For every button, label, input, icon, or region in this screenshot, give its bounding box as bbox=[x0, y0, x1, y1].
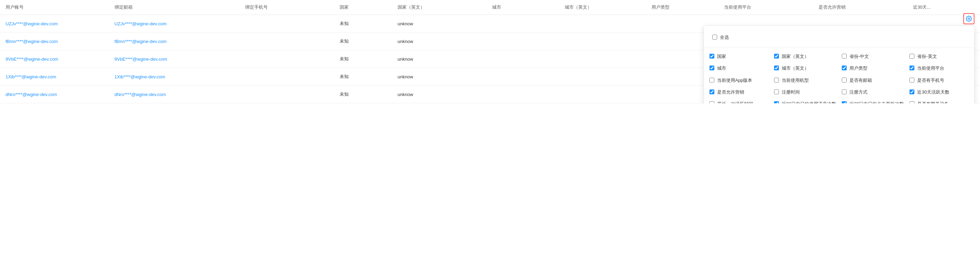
select-all-label[interactable]: 全选 bbox=[720, 34, 729, 41]
dropdown-checkbox-item[interactable]: 省份-中文 bbox=[839, 51, 907, 62]
dropdown-checkbox-item[interactable]: 近30日内日均点击面板次数 bbox=[839, 98, 907, 103]
col-header-email: 绑定邮箱 bbox=[109, 0, 240, 15]
dropdown-checkbox-item[interactable]: 注册时间 bbox=[771, 86, 839, 98]
link-account[interactable]: UZJv****@wgine-dev.com bbox=[6, 21, 58, 26]
dropdown-checkbox-item[interactable]: 城市 bbox=[707, 62, 771, 74]
link-email[interactable]: fBmn****@wgine-dev.com bbox=[115, 39, 167, 44]
data-table: 用户账号 绑定邮箱 绑定手机号 国家 国家（英文） 城市 城市（英文） 用户类型… bbox=[0, 0, 980, 103]
dropdown-checkbox-label[interactable]: 当前使用App版本 bbox=[717, 77, 752, 84]
dropdown-checkbox-item[interactable]: 是否有手机号 bbox=[907, 74, 971, 86]
col-header-account: 用户账号 bbox=[0, 0, 109, 15]
link-account[interactable]: fBmn****@wgine-dev.com bbox=[6, 39, 58, 44]
dropdown-checkbox-item[interactable]: 省份-英文 bbox=[907, 51, 971, 62]
dropdown-checkbox-label[interactable]: 城市（英文） bbox=[782, 65, 809, 71]
dropdown-checkbox[interactable] bbox=[910, 89, 914, 94]
dropdown-checkbox[interactable] bbox=[910, 54, 914, 59]
dropdown-checkbox-label[interactable]: 近30日内日均使用语音次数 bbox=[782, 101, 836, 103]
dropdown-checkbox-item[interactable]: 是否有网关设备 bbox=[907, 98, 971, 103]
dropdown-checkbox-label[interactable]: 城市 bbox=[717, 65, 726, 71]
dropdown-checkbox-label[interactable]: 注册时间 bbox=[782, 89, 800, 95]
cell-email: 1Xib****@wgine-dev.com bbox=[109, 68, 240, 85]
dropdown-checkbox-item[interactable]: 近30天活跃天数 bbox=[907, 86, 971, 98]
dropdown-checkbox-label[interactable]: 国家 bbox=[717, 54, 726, 60]
dropdown-checkbox-label[interactable]: 注册方式 bbox=[850, 89, 867, 95]
cell-country: 未知 bbox=[334, 85, 392, 103]
dropdown-checkbox-item[interactable]: 用户类型 bbox=[839, 62, 907, 74]
dropdown-checkbox[interactable] bbox=[774, 54, 779, 59]
dropdown-checkbox-label[interactable]: 是否有手机号 bbox=[917, 77, 944, 84]
dropdown-checkbox-item[interactable]: 当前使用平台 bbox=[907, 62, 971, 74]
dropdown-checkbox-label[interactable]: 省份-中文 bbox=[850, 54, 869, 60]
dropdown-checkbox[interactable] bbox=[774, 65, 779, 70]
dropdown-checkbox-item[interactable]: 注册方式 bbox=[839, 86, 907, 98]
dropdown-checkbox-label[interactable]: 省份-英文 bbox=[917, 54, 937, 60]
dropdown-checkbox-item[interactable]: 城市（英文） bbox=[771, 62, 839, 74]
dropdown-checkbox[interactable] bbox=[710, 101, 714, 103]
link-email[interactable]: UZJv****@wgine-dev.com bbox=[115, 21, 167, 26]
cell-city_en bbox=[559, 33, 646, 50]
dropdown-checkbox[interactable] bbox=[710, 78, 714, 82]
cell-email: 9VbE****@wgine-dev.com bbox=[109, 50, 240, 68]
dropdown-checkbox[interactable] bbox=[774, 78, 779, 82]
dropdown-checkbox-label[interactable]: 用户类型 bbox=[850, 65, 867, 71]
dropdown-checkbox-item[interactable]: 国家（英文） bbox=[771, 51, 839, 62]
link-email[interactable]: dNro****@wgine-dev.com bbox=[115, 92, 166, 97]
dropdown-header: 全选 bbox=[704, 30, 974, 48]
dropdown-checkbox-item[interactable]: 近30日内日均使用语音次数 bbox=[771, 98, 839, 103]
col-header-active: 近30天... bbox=[907, 0, 980, 15]
column-settings-button[interactable] bbox=[963, 13, 974, 24]
dropdown-checkbox-item[interactable]: 最近一次活跃时间 bbox=[707, 98, 771, 103]
dropdown-checkbox[interactable] bbox=[774, 101, 779, 103]
cell-city_en bbox=[559, 50, 646, 68]
dropdown-checkbox[interactable] bbox=[710, 89, 714, 94]
cell-country_en: unknow bbox=[392, 85, 487, 103]
dropdown-checkbox-item[interactable]: 当前使用App版本 bbox=[707, 74, 771, 86]
select-all-item[interactable]: 全选 bbox=[710, 32, 732, 43]
dropdown-checkbox[interactable] bbox=[910, 101, 914, 103]
dropdown-checkbox[interactable] bbox=[710, 54, 714, 59]
cell-city bbox=[487, 85, 559, 103]
dropdown-checkbox[interactable] bbox=[842, 54, 846, 59]
col-header-phone: 绑定手机号 bbox=[240, 0, 334, 15]
cell-country: 未知 bbox=[334, 68, 392, 85]
link-email[interactable]: 9VbE****@wgine-dev.com bbox=[115, 57, 167, 62]
dropdown-checkbox-item[interactable]: 是否允许营销 bbox=[707, 86, 771, 98]
dropdown-checkbox[interactable] bbox=[710, 65, 714, 70]
select-all-checkbox[interactable] bbox=[712, 35, 717, 40]
table-container: 用户账号 绑定邮箱 绑定手机号 国家 国家（英文） 城市 城市（英文） 用户类型… bbox=[0, 0, 980, 103]
cell-phone bbox=[240, 33, 334, 50]
dropdown-checkbox-label[interactable]: 近30天活跃天数 bbox=[917, 89, 949, 95]
dropdown-checkbox-label[interactable]: 当前使用平台 bbox=[917, 65, 944, 71]
dropdown-grid: 国家国家（英文）省份-中文省份-英文城市城市（英文）用户类型当前使用平台当前使用… bbox=[704, 48, 974, 103]
cell-city_en bbox=[559, 68, 646, 85]
dropdown-checkbox-label[interactable]: 当前使用机型 bbox=[782, 77, 809, 84]
link-account[interactable]: dNro****@wgine-dev.com bbox=[6, 92, 57, 97]
dropdown-checkbox-item[interactable]: 是否有邮箱 bbox=[839, 74, 907, 86]
dropdown-checkbox-label[interactable]: 最近一次活跃时间 bbox=[717, 101, 753, 103]
cell-country_en: unknow bbox=[392, 50, 487, 68]
dropdown-checkbox[interactable] bbox=[910, 65, 914, 70]
cell-phone bbox=[240, 15, 334, 33]
link-email[interactable]: 1Xib****@wgine-dev.com bbox=[115, 74, 165, 79]
dropdown-checkbox[interactable] bbox=[842, 89, 846, 94]
dropdown-checkbox[interactable] bbox=[842, 101, 846, 103]
cell-country: 未知 bbox=[334, 50, 392, 68]
cell-city bbox=[487, 50, 559, 68]
cell-account: UZJv****@wgine-dev.com bbox=[0, 15, 109, 33]
cell-country_en: unknow bbox=[392, 33, 487, 50]
dropdown-checkbox-label[interactable]: 是否有网关设备 bbox=[917, 101, 949, 103]
dropdown-checkbox-label[interactable]: 是否允许营销 bbox=[717, 89, 744, 95]
dropdown-checkbox[interactable] bbox=[910, 78, 914, 82]
dropdown-checkbox-label[interactable]: 近30日内日均点击面板次数 bbox=[850, 101, 904, 103]
link-account[interactable]: 9VbE****@wgine-dev.com bbox=[6, 57, 58, 62]
page-wrapper: 用户账号 绑定邮箱 绑定手机号 国家 国家（英文） 城市 城市（英文） 用户类型… bbox=[0, 0, 980, 103]
dropdown-checkbox-item[interactable]: 当前使用机型 bbox=[771, 74, 839, 86]
cell-city bbox=[487, 68, 559, 85]
dropdown-checkbox[interactable] bbox=[842, 78, 846, 82]
dropdown-checkbox-item[interactable]: 国家 bbox=[707, 51, 771, 62]
dropdown-checkbox[interactable] bbox=[842, 65, 846, 70]
dropdown-checkbox[interactable] bbox=[774, 89, 779, 94]
dropdown-checkbox-label[interactable]: 国家（英文） bbox=[782, 54, 809, 60]
link-account[interactable]: 1Xib****@wgine-dev.com bbox=[6, 74, 56, 79]
dropdown-checkbox-label[interactable]: 是否有邮箱 bbox=[850, 77, 872, 84]
